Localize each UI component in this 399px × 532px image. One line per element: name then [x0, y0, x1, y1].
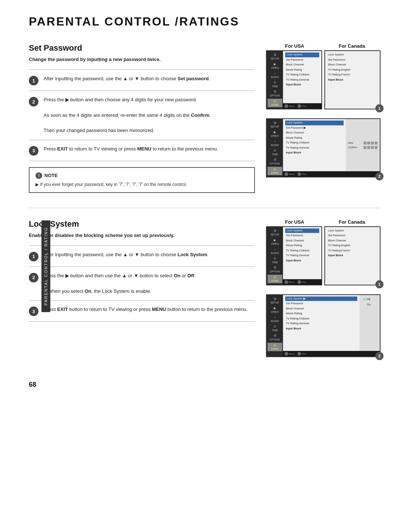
- lock-screen-2: ⚙SETUP ▶VIDEO ♪AUDIO ⏱TIME ☰OPTION 🔒LOCK: [266, 294, 381, 357]
- lock-badge-1: 1: [375, 280, 383, 288]
- set-password-left: Set Password Change the password by inpu…: [29, 43, 255, 193]
- conf-dot-2: [367, 146, 370, 149]
- menu-movie-rating: Movie Rating: [285, 68, 319, 72]
- lock-tv-sidebar-2: ⚙SETUP ▶VIDEO ♪AUDIO ⏱TIME ☰OPTION 🔒LOCK: [267, 295, 283, 356]
- lock-screens-row-2: ⚙SETUP ▶VIDEO ♪AUDIO ⏱TIME ☰OPTION 🔒LOCK: [266, 294, 381, 357]
- set-password-right: For USA For Canada ⚙SETUP ▶VIDEO ♪AUDIO …: [266, 43, 381, 193]
- step-2-text: Press the ▶ button and then choose any 4…: [44, 96, 211, 135]
- sidebar-audio-2: ♪AUDIO: [267, 139, 282, 148]
- for-usa-label-lock: For USA: [266, 219, 323, 225]
- lock-menu-2-input-block: Input Block: [285, 326, 357, 331]
- lock-menu-set-password: Set Password: [285, 233, 319, 238]
- lock-canada-input-block: Input Block: [327, 253, 378, 258]
- note-title: ! NOTE: [35, 172, 248, 179]
- lock-tv-sidebar-usa: ⚙SETUP ▶VIDEO ♪AUDIO ⏱TIME ☰OPTION 🔒LOCK: [267, 227, 283, 285]
- new-label: New: [348, 142, 362, 144]
- set-password-subtitle: Change the password by inputting a new p…: [29, 57, 255, 62]
- lock-footer-menu: Menu: [284, 280, 294, 284]
- set-password-title: Set Password: [29, 43, 255, 53]
- lock-sidebar-video-2: ▶VIDEO: [267, 306, 282, 314]
- badge-1: 1: [375, 104, 383, 112]
- lock-system-section: Lock System Enables or disables the bloc…: [29, 219, 381, 366]
- dot-1: [364, 142, 366, 145]
- lock-sidebar-lock-2: 🔒LOCK: [267, 343, 282, 351]
- lock-menu-block-channel: Block Channel: [285, 238, 319, 243]
- tv-screens-row-2: ⚙SETUP ▶VIDEO ♪AUDIO ⏱TIME ☰OPTION 🔒LOCK: [266, 118, 381, 177]
- sidebar-setup-2: ⚙SETUP: [267, 121, 282, 129]
- lock-sidebar-option: ☰OPTION: [267, 265, 282, 274]
- lock-screen-1: ⚙SETUP ▶VIDEO ♪AUDIO ⏱TIME ☰OPTION 🔒LOCK…: [266, 226, 381, 285]
- lock-screens-row-1: ⚙SETUP ▶VIDEO ♪AUDIO ⏱TIME ☰OPTION 🔒LOCK…: [266, 226, 381, 285]
- lock-canada-lock-system: Lock System: [327, 228, 378, 233]
- set-password-screen-1: ⚙SETUP ▶VIDEO ♪AUDIO ⏱TIME ☰OPTION 🔒LOCK…: [266, 50, 381, 109]
- for-labels-setpwd: For USA For Canada: [266, 43, 381, 49]
- sidebar-lock: 🔒LOCK: [267, 99, 282, 107]
- note-text: ▶ If you ever forget your password, key …: [35, 181, 248, 188]
- lock-footer-prev: Prev: [297, 280, 306, 284]
- lock-step-number-1: 1: [29, 252, 38, 261]
- lock-sidebar-option-2: ☰OPTION: [267, 333, 282, 342]
- lock-canada-screen-1: Lock System Set Password Block Channel T…: [324, 226, 381, 285]
- lock-tv-menu-usa: Lock System Set Password Block Channel M…: [283, 227, 321, 279]
- badge-2: 2: [375, 172, 383, 180]
- menu-tv-rating-general: TV Rating-General: [285, 78, 319, 82]
- conf-dot-4: [375, 146, 378, 149]
- canada-tv-rating-english: TV Rating-English: [327, 68, 378, 72]
- menu-2-movie-rating: Movie Rating: [285, 136, 344, 140]
- lock-menu-lock-system: Lock System: [285, 228, 319, 233]
- set-password-steps: 1 After inputting the password, use the …: [29, 70, 255, 161]
- lock-tv-menu-2: Lock System ▶ Set Password Block Channel…: [283, 295, 359, 351]
- lock-sidebar-setup-2: ⚙SETUP: [267, 297, 282, 305]
- lock-sidebar-lock: 🔒LOCK: [267, 275, 282, 283]
- tv-footer-2: Menu Prev: [283, 171, 380, 177]
- menu-2-block-channel: Block Channel: [285, 131, 344, 135]
- lock-sidebar-time: ⏱TIME: [267, 256, 282, 265]
- lock-menu-tv-general: TV Rating-General: [285, 253, 319, 258]
- note-icon: !: [35, 172, 42, 179]
- step-3-text: Press EXIT to return to TV viewing or pr…: [44, 145, 218, 153]
- lock-step-number-2: 2: [29, 273, 38, 282]
- tv-menu-2: Lock System Set Password ▶ Block Channel…: [283, 119, 346, 171]
- canada-input-block: Input Block: [327, 78, 378, 82]
- lock-step-2: 2 Press the ▶ button and then use the ▲ …: [29, 267, 255, 301]
- page-title: PARENTAL CONTROL /RATINGS: [29, 15, 381, 28]
- note-label: NOTE: [44, 173, 58, 178]
- menu-2-lock-system: Lock System: [285, 121, 344, 125]
- set-password-step-1: 1 After inputting the password, use the …: [29, 70, 255, 91]
- menu-2-tv-rating-children: TV Rating-Children: [285, 140, 344, 145]
- lock-menu-2-tv-children: TV Rating-Children: [285, 316, 357, 321]
- lock-step-number-3: 3: [29, 306, 38, 316]
- lock-sidebar-audio: ♪AUDIO: [267, 247, 282, 255]
- lock-canada-set-password: Set Password: [327, 233, 378, 238]
- lock-sidebar-time-2: ⏱TIME: [267, 324, 282, 333]
- sidebar-time: ⏱TIME: [267, 80, 282, 89]
- canada-set-password: Set Password: [327, 58, 378, 62]
- sidebar-time-2: ⏱TIME: [267, 148, 282, 157]
- menu-2-set-password: Set Password ▶: [285, 126, 344, 131]
- footer-prev-2: Prev: [297, 172, 306, 176]
- confirm-label: Confirm: [348, 146, 362, 149]
- sidebar-video-2: ▶VIDEO: [267, 130, 282, 138]
- lock-system-right: For USA For Canada ⚙SETUP ▶VIDEO ♪AUDIO …: [266, 219, 381, 366]
- menu-block-channel: Block Channel: [285, 62, 319, 67]
- on-option: On: [362, 302, 377, 306]
- menu-input-block: Input Block: [285, 82, 319, 87]
- canada-screen-1: Lock System Set Password Block Channel T…: [324, 50, 381, 109]
- set-password-section: Set Password Change the password by inpu…: [29, 43, 381, 193]
- lock-usa-screen-1: ⚙SETUP ▶VIDEO ♪AUDIO ⏱TIME ☰OPTION 🔒LOCK…: [266, 226, 322, 285]
- menu-set-password: Set Password: [285, 58, 319, 62]
- lock-menu-2-set-password: Set Password: [285, 301, 357, 306]
- footer-prev: Prev: [297, 104, 306, 108]
- note-box: ! NOTE ▶ If you ever forget your passwor…: [29, 167, 255, 193]
- conf-dot-3: [371, 146, 374, 149]
- lock-menu-movie-rating: Movie Rating: [285, 243, 319, 248]
- set-password-step-3: 3 Press EXIT to return to TV viewing or …: [29, 140, 255, 161]
- step-1-text: After inputting the password, use the ▲ …: [44, 75, 210, 83]
- for-canada-label-1: For Canada: [323, 43, 381, 49]
- lock-step-2-text: Press the ▶ button and then use the ▲ or…: [44, 272, 196, 295]
- lock-step-3: 3 Press EXIT button to return to TV view…: [29, 301, 255, 322]
- lock-canada-tv-english: TV Rating-English: [327, 243, 378, 248]
- lock-system-title: Lock System: [29, 219, 255, 229]
- lock-canada-block-channel: Block Channel: [327, 238, 378, 243]
- lock-footer-menu-2: Menu: [284, 352, 294, 356]
